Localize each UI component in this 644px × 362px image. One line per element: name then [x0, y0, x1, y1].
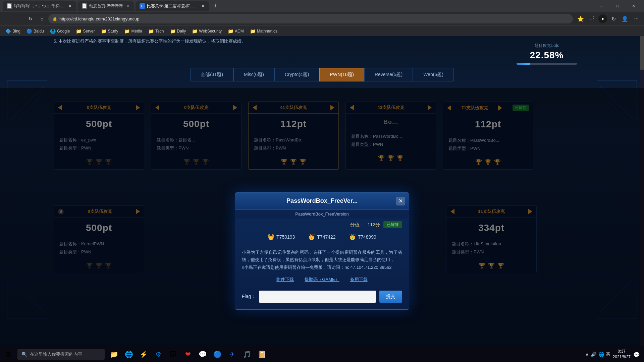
- browser-chrome: 📄 哔哔哔哔（ * ）つコ 千杯--bili... ✕ 📄 动态首页-哔哔哔哔 …: [0, 0, 644, 36]
- modal-title: PassWordBox_FreeVer...: [242, 197, 402, 204]
- completion-value: 22.58%: [517, 50, 577, 61]
- taskbar-app-feishu[interactable]: ✈: [225, 348, 239, 361]
- folder-icon-study: 📁: [101, 28, 107, 34]
- progress-bar: [517, 63, 577, 65]
- bookmark-study-label: Study: [108, 29, 118, 34]
- modal-close-button[interactable]: ✕: [396, 197, 405, 205]
- profile-button[interactable]: 👤: [620, 14, 630, 24]
- crown-icon-3: 👑: [349, 234, 356, 240]
- taskbar-app-blue[interactable]: 🔵: [211, 348, 224, 361]
- modal-solvers: 👑 T750193 👑 T747422 👑 T748999: [235, 231, 409, 245]
- modal-header: PassWordBox_FreeVer... ✕: [235, 193, 409, 209]
- crown-icon-1: 👑: [268, 234, 274, 240]
- bookmark-bing-label: Bing: [12, 29, 20, 34]
- backup-download-link[interactable]: 备用下载: [350, 277, 368, 283]
- address-bar[interactable]: 🔒 https://ctf.ichunqiu.com/2021xiangyunc…: [48, 14, 573, 23]
- bookmark-websecurity[interactable]: 📁 WebSecurity: [189, 27, 224, 35]
- solver-1: 👑 T750193: [268, 234, 295, 240]
- clock-date: 2021/8/27: [613, 354, 631, 360]
- refresh-button[interactable]: ↻: [25, 14, 36, 24]
- cat-tab-crypto[interactable]: Crypto(4题): [274, 68, 319, 81]
- tracker-button[interactable]: ●: [598, 14, 607, 23]
- extensions-button[interactable]: ⭐: [576, 14, 586, 24]
- cat-tab-reverse[interactable]: Reverse(5题): [364, 68, 413, 81]
- rules-text: 5. 本次比赛进行严格的赛事审查制度，所有破坏比赛公平性的行为一经发现确认，将取…: [54, 38, 409, 45]
- bookmarks-bar: 🔷 Bing 🔵 Baidu 🌐 Google 📁 Server 📁 Study…: [0, 25, 644, 36]
- bookmark-baidu[interactable]: 🔵 Baidu: [24, 27, 47, 35]
- taskbar-app-onenote[interactable]: 📔: [255, 348, 268, 361]
- taskbar-app-game[interactable]: ❤: [181, 348, 195, 361]
- tab-3-favicon: C: [140, 3, 145, 9]
- modal-overlay[interactable]: PassWordBox_FreeVer... ✕ PassWordBox_Fre…: [0, 88, 644, 362]
- language-icon[interactable]: 英: [606, 351, 610, 357]
- bookmark-acm[interactable]: 📁 ACM: [225, 27, 247, 35]
- tab-2-close[interactable]: ✕: [125, 3, 130, 9]
- taskbar-app-wechat[interactable]: 💬: [196, 348, 209, 361]
- forward-button[interactable]: →: [14, 14, 24, 24]
- bookmark-google-label: Google: [57, 29, 70, 34]
- bookmark-server[interactable]: 📁 Server: [73, 27, 97, 35]
- taskbar-app-img[interactable]: 🖼: [166, 348, 180, 361]
- maximize-button[interactable]: □: [610, 0, 625, 12]
- new-tab-button[interactable]: +: [211, 1, 220, 11]
- network-icon[interactable]: 🌐: [598, 352, 604, 357]
- tab-1-close[interactable]: ✕: [67, 3, 72, 9]
- tab-2-favicon: 📄: [82, 3, 87, 9]
- lock-icon: 🔒: [52, 16, 57, 21]
- folder-icon-mathmatics: 📁: [250, 28, 256, 34]
- minimize-button[interactable]: ─: [594, 0, 609, 12]
- bookmark-baidu-label: Baidu: [34, 29, 44, 34]
- taskbar-app-vscode2[interactable]: ⚙: [152, 348, 165, 361]
- taskbar-right: ∧ 🔊 🌐 英 0:37 2021/8/27 💬: [585, 349, 644, 360]
- modal-score-row: 分值： 112分 已解答: [235, 219, 409, 231]
- back-button[interactable]: ←: [3, 14, 13, 24]
- score-label: 分值：: [350, 222, 364, 228]
- taskbar-app-edge[interactable]: 🌐: [122, 348, 136, 361]
- submit-button[interactable]: 提交: [379, 291, 402, 303]
- taskbar-app-explorer[interactable]: 📁: [107, 348, 121, 361]
- tab-3[interactable]: C 比赛关卡-第二届'祥云杯'网络安... ✕: [136, 1, 209, 11]
- bookmark-acm-label: ACM: [235, 29, 244, 34]
- tab-1[interactable]: 📄 哔哔哔哔（ * ）つコ 千杯--bili... ✕: [3, 1, 76, 11]
- bookmark-daily[interactable]: 📁 Daily: [167, 27, 189, 35]
- tab-2-title: 动态首页-哔哔哔哔: [89, 3, 123, 9]
- nav-bar: ← → ↻ ⌂ 🔒 https://ctf.ichunqiu.com/2021x…: [0, 12, 644, 25]
- refresh-btn2[interactable]: ↻: [608, 14, 619, 24]
- speaker-icon[interactable]: 🔊: [591, 352, 596, 357]
- cat-tab-all[interactable]: 全部(31题): [190, 68, 233, 81]
- main-content: 5. 本次比赛进行严格的赛事审查制度，所有破坏比赛公平性的行为一经发现确认，将取…: [0, 36, 644, 362]
- close-button[interactable]: ✕: [626, 0, 641, 12]
- bookmark-tech-label: Tech: [155, 29, 164, 34]
- flag-input[interactable]: [259, 291, 376, 303]
- tray-expand-icon[interactable]: ∧: [585, 352, 589, 357]
- bookmark-media[interactable]: 📁 Media: [121, 27, 145, 35]
- start-button[interactable]: ⊞: [0, 346, 16, 362]
- clock-time: 0:37: [613, 349, 631, 354]
- more-button[interactable]: ···: [631, 14, 641, 24]
- tab-2[interactable]: 📄 动态首页-哔哔哔哔 ✕: [78, 1, 134, 11]
- bookmark-tech[interactable]: 📁 Tech: [146, 27, 166, 35]
- bookmark-media-label: Media: [131, 29, 142, 34]
- folder-icon-websecurity: 📁: [192, 28, 198, 34]
- cat-tab-misc[interactable]: Misc(6题): [233, 68, 274, 81]
- bookmark-google[interactable]: 🌐 Google: [47, 27, 73, 35]
- cat-tab-web[interactable]: Web(6题): [413, 68, 454, 81]
- scrollbar-thumb[interactable]: [640, 36, 644, 70]
- taskbar-clock[interactable]: 0:37 2021/8/27: [613, 349, 631, 360]
- notification-button[interactable]: 💬: [633, 352, 639, 357]
- collections-button[interactable]: 🛡: [587, 14, 597, 24]
- bookmark-mathmatics[interactable]: 📁 Mathmatics: [247, 27, 280, 35]
- bookmark-study[interactable]: 📁 Study: [98, 27, 121, 35]
- taskbar-search[interactable]: 🔍 在这里输入你要搜索的内容: [17, 349, 105, 360]
- bookmark-bing[interactable]: 🔷 Bing: [3, 27, 23, 35]
- baidu-icon: 🔵: [26, 28, 32, 34]
- taskbar-app-vscode[interactable]: ⚡: [137, 348, 150, 361]
- home-button[interactable]: ⌂: [37, 14, 47, 24]
- search-icon: 🔍: [21, 352, 27, 357]
- cat-tab-pwn[interactable]: PWN(10题): [319, 68, 364, 81]
- tab-3-close[interactable]: ✕: [200, 3, 205, 9]
- solver-2-id: T747422: [317, 234, 335, 240]
- attachment-download-link[interactable]: 附件下载: [276, 277, 294, 283]
- extract-code-link[interactable]: 提取码（GAME）: [305, 277, 339, 283]
- taskbar-app-music[interactable]: 🎵: [240, 348, 254, 361]
